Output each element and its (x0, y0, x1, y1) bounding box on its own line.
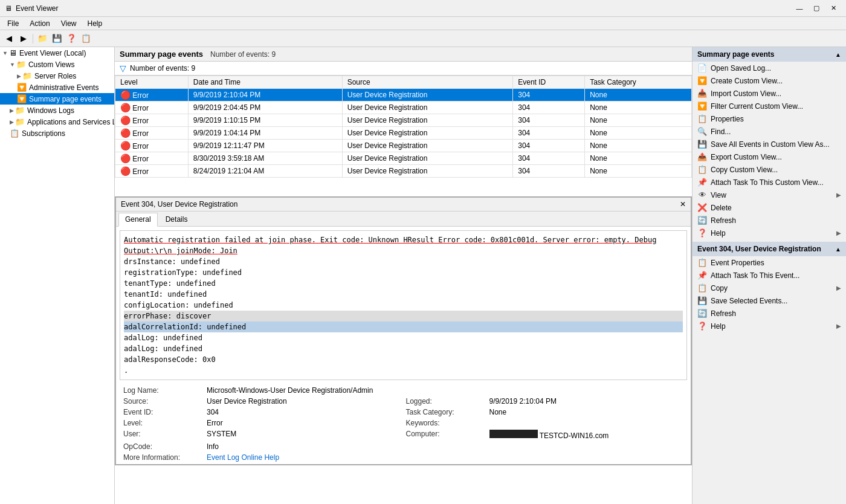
event-message-lines: drsInstance: undefinedregistrationType: … (124, 256, 683, 376)
menu-view[interactable]: View (56, 18, 82, 29)
close-detail-button[interactable]: ✕ (680, 200, 686, 208)
tab-general[interactable]: General (118, 213, 158, 227)
attach-task-custom-view-label: Attach Task To This Custom View... (711, 178, 824, 187)
table-row[interactable]: 🔴 Error 8/30/2019 3:59:18 AM User Device… (115, 152, 692, 165)
meta-level-value: Error (207, 419, 401, 427)
view-label: View (711, 191, 726, 199)
action-item-refresh-event[interactable]: 🔄 Refresh (693, 307, 846, 320)
back-button[interactable]: ◀ (2, 32, 16, 45)
sidebar-item-root[interactable]: ▼ 🖥 Event Viewer (Local) (0, 47, 114, 59)
expand-arrow-windows-logs: ▶ (10, 108, 14, 114)
message-line: adalLog: undefined (124, 343, 683, 354)
table-row[interactable]: 🔴 Error 8/24/2019 1:21:04 AM User Device… (115, 165, 692, 178)
message-line: tenantType: undefined (124, 278, 683, 289)
action-item-find[interactable]: 🔍 Find... (693, 125, 846, 138)
meta-taskcategory-value: None (489, 408, 684, 416)
action-item-open-saved-log[interactable]: 📄 Open Saved Log... (693, 62, 846, 74)
menu-file[interactable]: File (2, 18, 24, 29)
action-item-refresh-summary[interactable]: 🔄 Refresh (693, 214, 846, 227)
maximize-button[interactable]: ▢ (809, 2, 824, 15)
tab-details[interactable]: Details (159, 213, 195, 226)
event-table: Level Date and Time Source Event ID Task… (115, 76, 692, 178)
col-eventid[interactable]: Event ID (513, 76, 585, 89)
sidebar-item-windows-logs[interactable]: ▶ 📁 Windows Logs (0, 105, 114, 116)
table-row[interactable]: 🔴 Error 9/9/2019 12:11:47 PM User Device… (115, 140, 692, 152)
action-item-view[interactable]: 👁 View ▶ (693, 189, 846, 201)
error-icon: 🔴 (120, 90, 131, 100)
event-message: Automatic registration failed at join ph… (120, 230, 687, 380)
attach-task-event-label: Attach Task To This Event... (711, 271, 799, 280)
sidebar-server-roles-label: Server Roles (34, 72, 76, 80)
action-button[interactable]: 📋 (79, 32, 92, 45)
action-item-event-properties[interactable]: 📋 Event Properties (693, 256, 846, 269)
action-item-attach-task-event[interactable]: 📌 Attach Task To This Event... (693, 269, 846, 282)
action-item-attach-task-custom-view[interactable]: 📌 Attach Task To This Custom View... (693, 176, 846, 189)
action-item-create-custom-view[interactable]: 🔽 Create Custom View... (693, 74, 846, 87)
action-item-help-event[interactable]: ❓ Help ▶ (693, 320, 846, 332)
meta-eventid-value: 304 (207, 408, 401, 416)
menu-action[interactable]: Action (25, 18, 54, 29)
meta-keywords-label: Keywords: (406, 419, 485, 427)
submenu-arrow: ▶ (836, 230, 841, 236)
cell-source: User Device Registration (342, 127, 513, 140)
action-item-export-custom-view[interactable]: 📤 Export Custom View... (693, 150, 846, 163)
action-item-save-all-events[interactable]: 💾 Save All Events in Custom View As... (693, 138, 846, 150)
col-datetime[interactable]: Date and Time (188, 76, 342, 89)
event-log-online-help-link[interactable]: Event Log Online Help (207, 453, 279, 462)
table-row[interactable]: 🔴 Error 9/9/2019 1:04:14 PM User Device … (115, 127, 692, 140)
col-source[interactable]: Source (342, 76, 513, 89)
cell-taskcategory: None (585, 165, 692, 178)
sidebar-item-custom-views[interactable]: ▼ 📁 Custom Views (0, 59, 114, 70)
help-button[interactable]: ❓ (65, 32, 78, 45)
sidebar-item-app-services[interactable]: ▶ 📁 Applications and Services Lo... (0, 116, 114, 128)
redacted-block (489, 430, 538, 438)
cell-datetime: 9/9/2019 1:04:14 PM (188, 127, 342, 140)
minimize-button[interactable]: — (792, 2, 807, 15)
close-button[interactable]: ✕ (825, 2, 841, 15)
collapse-summary-button[interactable]: ▲ (835, 51, 841, 58)
sidebar-item-subscriptions[interactable]: 📋 Subscriptions (0, 128, 114, 139)
action-item-save-selected-events[interactable]: 💾 Save Selected Events... (693, 294, 846, 307)
table-header-row: Level Date and Time Source Event ID Task… (115, 76, 692, 89)
sidebar-item-summary-page-events[interactable]: 🔽 Summary page events (0, 93, 114, 105)
table-row[interactable]: 🔴 Error 9/9/2019 2:04:45 PM User Device … (115, 102, 692, 114)
event-table-container[interactable]: Level Date and Time Source Event ID Task… (115, 76, 692, 196)
menu-bar: File Action View Help (0, 17, 846, 30)
action-item-copy-custom-view[interactable]: 📋 Copy Custom View... (693, 163, 846, 176)
action-item-filter-current[interactable]: 🔽 Filter Current Custom View... (693, 100, 846, 112)
copy-label: Copy (711, 284, 728, 292)
delete-label: Delete (711, 204, 732, 212)
meta-eventid-label: Event ID: (123, 408, 202, 416)
save-button[interactable]: 💾 (50, 32, 63, 45)
message-line: errorPhase: discover (124, 311, 683, 321)
copy-custom-view-label: Copy Custom View... (711, 166, 778, 174)
table-row[interactable]: 🔴 Error 9/9/2019 1:10:15 PM User Device … (115, 114, 692, 127)
action-item-import-custom-view[interactable]: 📥 Import Custom View... (693, 87, 846, 100)
actions-summary-title: Summary page events (697, 50, 774, 59)
cell-taskcategory: None (585, 127, 692, 140)
cell-taskcategory: None (585, 152, 692, 165)
computer-icon: 🖥 (9, 48, 17, 57)
create-custom-view-label: Create Custom View... (711, 77, 783, 85)
sidebar-item-admin-events[interactable]: 🔽 Administrative Events (0, 82, 114, 93)
col-level[interactable]: Level (115, 76, 189, 89)
message-line: registrationType: undefined (124, 267, 683, 278)
save-selected-events-icon: 💾 (697, 296, 707, 305)
cell-level: 🔴 Error (115, 127, 189, 140)
cell-eventid: 304 (513, 114, 585, 127)
forward-button[interactable]: ▶ (17, 32, 30, 45)
sidebar-item-server-roles[interactable]: ▶ 📁 Server Roles (0, 70, 114, 82)
action-item-properties[interactable]: 📋 Properties (693, 112, 846, 125)
menu-help[interactable]: Help (83, 18, 108, 29)
action-item-copy[interactable]: 📋 Copy ▶ (693, 282, 846, 294)
table-row[interactable]: 🔴 Error 9/9/2019 2:10:04 PM User Device … (115, 89, 692, 102)
col-taskcategory[interactable]: Task Category (585, 76, 692, 89)
meta-logname-value: Microsoft-Windows-User Device Registrati… (207, 386, 683, 395)
action-item-delete[interactable]: ❌ Delete (693, 201, 846, 214)
action-item-help-summary[interactable]: ❓ Help ▶ (693, 227, 846, 239)
meta-logged-label: Logged: (406, 397, 485, 405)
open-button[interactable]: 📁 (36, 32, 49, 45)
expand-arrow-server-roles: ▶ (17, 73, 21, 79)
copy-custom-view-icon: 📋 (697, 165, 707, 174)
collapse-event-button[interactable]: ▲ (835, 246, 841, 253)
